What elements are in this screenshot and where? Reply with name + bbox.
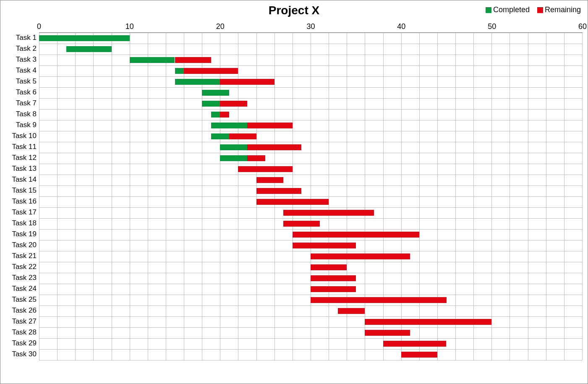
y-tick-label: Task 27	[5, 316, 39, 327]
y-tick-label: Task 8	[5, 109, 39, 120]
gridline-horizontal	[39, 360, 582, 360]
bar-segment-completed	[39, 35, 130, 41]
bar-segment-remaining	[311, 264, 347, 270]
bar-row	[39, 98, 582, 109]
bar-row	[39, 131, 582, 142]
y-tick-label: Task 14	[5, 174, 39, 185]
bar-segment-completed	[130, 57, 175, 63]
y-tick-label: Task 5	[5, 76, 39, 87]
bar-row	[39, 338, 582, 349]
bar-segment-completed	[66, 46, 112, 52]
bar-row	[39, 218, 582, 229]
y-tick-label: Task 28	[5, 327, 39, 338]
bar-segment-completed	[220, 155, 247, 161]
bar-row	[39, 240, 582, 251]
bar-row	[39, 185, 582, 196]
bar-row	[39, 175, 582, 185]
bar-segment-remaining	[293, 243, 356, 248]
bar-segment-completed	[211, 112, 220, 118]
bar-segment-remaining	[256, 188, 302, 194]
chart-container: Project X Completed Remaining 0102030405…	[0, 0, 588, 384]
bar-segment-remaining	[238, 166, 292, 172]
y-tick-label: Task 20	[5, 240, 39, 251]
y-tick-label: Task 17	[5, 207, 39, 218]
bar-segment-remaining	[365, 319, 491, 325]
y-axis: Task 1Task 2Task 3Task 4Task 5Task 6Task…	[5, 32, 39, 360]
bar-row	[39, 349, 582, 360]
legend-item-remaining: Remaining	[537, 5, 581, 14]
x-tick-label: 10	[125, 22, 134, 31]
legend-item-completed: Completed	[486, 5, 530, 14]
plot-area	[39, 32, 583, 360]
x-tick-label: 30	[306, 22, 315, 31]
legend: Completed Remaining	[486, 5, 581, 14]
bar-row	[39, 76, 582, 87]
bar-row	[39, 262, 582, 273]
bar-row	[39, 207, 582, 218]
bar-segment-remaining	[311, 297, 447, 303]
y-tick-label: Task 3	[5, 54, 39, 65]
plot-wrap: Task 1Task 2Task 3Task 4Task 5Task 6Task…	[5, 32, 583, 360]
bar-segment-remaining	[184, 68, 238, 74]
bar-segment-remaining	[311, 275, 356, 281]
bar-segment-remaining	[293, 232, 419, 238]
y-tick-label: Task 1	[5, 32, 39, 43]
bar-row	[39, 284, 582, 295]
y-tick-label: Task 12	[5, 152, 39, 163]
bar-segment-remaining	[247, 144, 301, 150]
bar-row	[39, 55, 582, 65]
bar-row	[39, 164, 582, 175]
bar-row	[39, 327, 582, 338]
x-tick-label: 60	[578, 22, 587, 31]
bar-segment-remaining	[247, 155, 265, 161]
y-tick-label: Task 10	[5, 131, 39, 141]
y-tick-label: Task 11	[5, 141, 39, 152]
x-tick-label: 40	[397, 22, 405, 31]
chart-body: 0102030405060 Task 1Task 2Task 3Task 4Ta…	[5, 22, 583, 360]
x-tick-label: 20	[216, 22, 225, 31]
bar-row	[39, 273, 582, 284]
bar-segment-remaining	[256, 177, 284, 183]
bar-segment-completed	[220, 144, 247, 150]
gridline-vertical	[582, 33, 583, 360]
x-tick-label: 50	[488, 22, 496, 31]
bar-row	[39, 196, 582, 207]
bar-row	[39, 316, 582, 327]
bar-segment-remaining	[283, 210, 374, 216]
bar-row	[39, 229, 582, 240]
bar-row	[39, 109, 582, 120]
square-icon	[537, 7, 543, 13]
y-tick-label: Task 23	[5, 272, 39, 283]
bar-segment-remaining	[383, 341, 447, 347]
bar-segment-remaining	[365, 330, 410, 336]
y-tick-label: Task 13	[5, 163, 39, 174]
bar-segment-remaining	[220, 112, 229, 118]
x-axis: 0102030405060	[39, 22, 583, 32]
y-tick-label: Task 30	[5, 349, 39, 360]
bar-row	[39, 87, 582, 98]
bar-segment-remaining	[311, 286, 356, 292]
bar-segment-completed	[175, 68, 184, 74]
bar-row	[39, 306, 582, 316]
bar-segment-remaining	[175, 57, 211, 63]
bar-row	[39, 65, 582, 76]
y-tick-label: Task 6	[5, 87, 39, 98]
bar-segment-remaining	[247, 123, 293, 128]
bar-segment-remaining	[220, 79, 274, 85]
bar-segment-completed	[211, 133, 229, 139]
y-tick-label: Task 25	[5, 294, 39, 305]
legend-label: Remaining	[545, 5, 581, 14]
y-tick-label: Task 21	[5, 251, 39, 261]
bar-segment-remaining	[283, 221, 319, 227]
bar-row	[39, 153, 582, 164]
y-tick-label: Task 26	[5, 305, 39, 316]
bar-row	[39, 120, 582, 131]
chart-header: Project X Completed Remaining	[5, 4, 583, 20]
y-tick-label: Task 15	[5, 185, 39, 196]
bar-segment-completed	[211, 123, 247, 128]
bar-row	[39, 251, 582, 262]
bar-row	[39, 33, 582, 44]
bar-segment-remaining	[338, 308, 365, 314]
y-tick-label: Task 7	[5, 98, 39, 109]
y-tick-label: Task 19	[5, 229, 39, 240]
